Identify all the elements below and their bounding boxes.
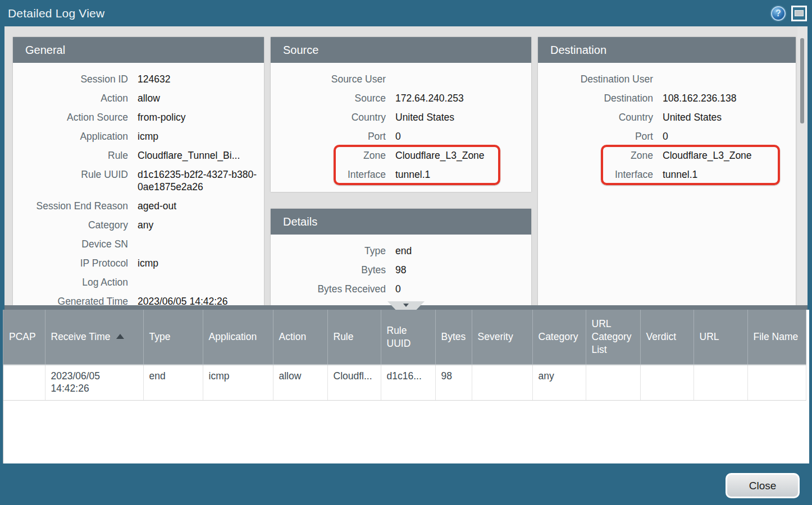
field-row-port: Port0 <box>271 127 531 146</box>
field-value: 172.64.240.253 <box>395 92 531 104</box>
column-header-application[interactable]: Application <box>203 310 273 365</box>
panel-table-splitter[interactable] <box>4 305 808 310</box>
field-label: Log Action <box>13 276 128 288</box>
field-row-bytes-received: Bytes Received0 <box>271 279 531 299</box>
column-header-label: URL Category List <box>592 318 632 355</box>
field-label: Bytes <box>271 264 386 276</box>
panel-general-header: General <box>13 37 264 63</box>
field-value: 108.162.236.138 <box>663 92 796 104</box>
field-row-rule: RuleCloudflare_Tunnel_Bi... <box>13 146 264 165</box>
table-row[interactable]: 2023/06/05 14:42:26endicmpallowCloudfl..… <box>3 365 806 400</box>
dialog-title: Detailed Log View <box>8 0 104 26</box>
field-label: Application <box>13 130 128 143</box>
column-header-category[interactable]: Category <box>532 310 586 365</box>
vertical-scrollbar[interactable] <box>797 26 808 305</box>
field-label: IP Protocol <box>13 257 128 269</box>
field-value: end <box>395 245 531 257</box>
panel-destination-header: Destination <box>538 37 796 63</box>
title-bar: Detailed Log View ? <box>0 0 812 26</box>
field-label: Interface <box>538 168 653 181</box>
chevron-down-icon <box>403 304 409 307</box>
field-value: United States <box>395 111 531 123</box>
column-header-type[interactable]: Type <box>143 310 203 365</box>
column-header-label: Bytes <box>441 331 466 342</box>
field-label: Category <box>13 219 128 231</box>
field-row-session-id: Session ID124632 <box>13 70 264 89</box>
field-label: Generated Time <box>13 295 128 305</box>
field-value: Cloudflare_L3_Zone <box>395 149 531 162</box>
column-header-verdict[interactable]: Verdict <box>640 310 694 365</box>
panel-destination: Destination Destination UserDestination1… <box>538 37 796 305</box>
table-cell-url-category-list <box>586 365 640 400</box>
table-cell-category: any <box>532 365 586 400</box>
close-button[interactable]: Close <box>726 473 800 498</box>
log-table-body: 2023/06/05 14:42:26endicmpallowCloudfl..… <box>3 365 806 400</box>
field-value <box>138 238 264 250</box>
question-mark-glyph: ? <box>775 8 781 19</box>
column-header-label: Receive Time <box>51 331 111 342</box>
field-label: Destination User <box>538 73 653 85</box>
field-row-rule-uuid: Rule UUIDd1c16235-b2f2-4327-b380-0ae1875… <box>13 165 264 196</box>
table-cell-application: icmp <box>203 365 273 400</box>
field-row-log-action: Log Action <box>13 273 264 292</box>
field-value <box>138 276 264 288</box>
column-header-pcap[interactable]: PCAP <box>3 310 45 365</box>
log-table-region: PCAPReceive TimeTypeApplicationActionRul… <box>3 310 809 463</box>
field-row-application: Applicationicmp <box>13 127 264 146</box>
field-value: 0 <box>395 130 531 143</box>
column-header-bytes[interactable]: Bytes <box>435 310 472 365</box>
field-value: d1c16235-b2f2-4327-b380-0ae1875e2a26 <box>138 168 264 193</box>
panel-general-body: Session ID124632ActionallowAction Source… <box>13 63 264 305</box>
field-value: 0 <box>663 130 796 143</box>
field-label: Port <box>271 130 386 143</box>
field-value: 98 <box>395 264 531 276</box>
field-label: Country <box>538 111 653 123</box>
column-header-label: URL <box>700 331 719 342</box>
table-cell-severity <box>472 365 532 400</box>
column-header-severity[interactable]: Severity <box>472 310 532 365</box>
column-header-label: Application <box>209 331 257 342</box>
field-row-category: Categoryany <box>13 215 264 235</box>
field-label: Action Source <box>13 111 128 123</box>
column-header-rule-uuid[interactable]: Rule UUID <box>381 310 435 365</box>
column-header-action[interactable]: Action <box>273 310 327 365</box>
field-row-interface: Interfacetunnel.1 <box>271 165 531 184</box>
panel-source-header: Source <box>271 37 531 63</box>
panel-general: General Session ID124632ActionallowActio… <box>13 37 264 305</box>
scrollbar-thumb[interactable] <box>800 38 804 123</box>
help-icon[interactable]: ? <box>771 6 786 21</box>
field-label: Source User <box>271 73 386 85</box>
field-value: tunnel.1 <box>395 168 531 181</box>
column-header-url[interactable]: URL <box>694 310 747 365</box>
field-row-device-sn: Device SN <box>13 235 264 254</box>
field-value: aged-out <box>138 200 264 212</box>
field-label: Type <box>271 245 386 257</box>
field-row-action-source: Action Sourcefrom-policy <box>13 108 264 127</box>
field-label: Source <box>271 92 386 104</box>
column-header-file-name[interactable]: File Name <box>747 310 806 365</box>
field-value: from-policy <box>138 111 264 123</box>
field-value: any <box>138 219 264 231</box>
field-value: Cloudflare_L3_Zone <box>663 149 796 162</box>
table-cell-verdict <box>640 365 694 400</box>
table-cell-rule-uuid: d1c16... <box>381 365 435 400</box>
column-header-receive-time[interactable]: Receive Time <box>45 310 143 365</box>
sort-ascending-icon <box>116 334 124 339</box>
field-row-source-user: Source User <box>271 70 531 89</box>
field-label: Interface <box>271 168 386 181</box>
field-row-zone: ZoneCloudflare_L3_Zone <box>538 146 796 165</box>
field-value: United States <box>663 111 796 123</box>
field-row-ip-protocol: IP Protocolicmp <box>13 254 264 273</box>
column-header-rule[interactable]: Rule <box>327 310 381 365</box>
field-row-port: Port0 <box>538 127 796 146</box>
field-row-type: Typeend <box>271 241 531 260</box>
field-label: Zone <box>271 149 386 162</box>
column-header-label: Type <box>149 331 171 342</box>
maximize-window-icon[interactable] <box>791 6 807 21</box>
panel-details: Details TypeendBytes98Bytes Received0 <box>271 209 531 305</box>
splitter-collapse-handle[interactable] <box>387 301 425 310</box>
column-header-url-category-list[interactable]: URL Category List <box>586 310 640 365</box>
detailed-log-view-dialog: { "window": { "title": "Detailed Log Vie… <box>0 0 812 505</box>
table-cell-action: allow <box>273 365 327 400</box>
column-header-label: Rule <box>334 331 354 342</box>
